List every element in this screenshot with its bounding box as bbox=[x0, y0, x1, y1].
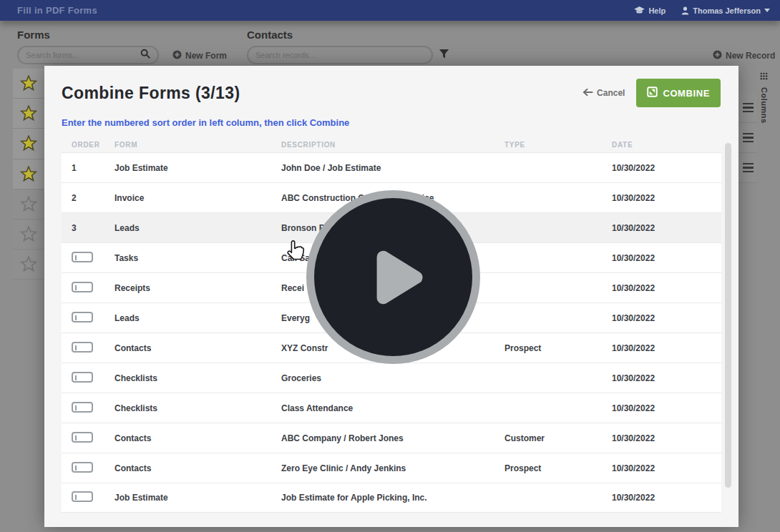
input-cursor bbox=[75, 466, 77, 471]
record-date: 10/30/2022 bbox=[612, 463, 721, 473]
user-menu[interactable]: Thomas Jefferson bbox=[681, 6, 770, 15]
record-type: Prospect bbox=[504, 343, 612, 353]
table-row[interactable]: 1 Job Estimate John Doe / Job Estimate 1… bbox=[62, 152, 721, 182]
star-icon[interactable] bbox=[20, 105, 37, 122]
table-row[interactable]: Contacts ABC Company / Robert Jones Cust… bbox=[62, 423, 721, 453]
new-form-button[interactable]: New Form bbox=[172, 50, 227, 61]
order-value: 3 bbox=[72, 223, 77, 233]
table-header-row: ORDER FORM DESCRIPTION TYPE DATE bbox=[62, 137, 721, 152]
modal-header: Combine Forms (3/13) Cancel COMBINE bbox=[44, 66, 738, 107]
form-list-row[interactable] bbox=[13, 129, 44, 159]
menu-icon[interactable] bbox=[743, 163, 754, 172]
input-cursor bbox=[75, 435, 77, 440]
form-name: Invoice bbox=[114, 193, 281, 203]
record-date: 10/30/2022 bbox=[612, 163, 721, 173]
contact-row-actions[interactable] bbox=[738, 93, 757, 123]
menu-icon[interactable] bbox=[743, 133, 754, 142]
column-header-order: ORDER bbox=[62, 141, 114, 149]
order-value: 2 bbox=[72, 193, 77, 203]
plus-circle-icon bbox=[713, 50, 722, 61]
form-name: Contacts bbox=[114, 343, 281, 353]
star-icon[interactable] bbox=[20, 166, 37, 182]
column-header-form: FORM bbox=[114, 141, 281, 149]
columns-tab[interactable]: Columns bbox=[756, 70, 771, 192]
star-icon[interactable] bbox=[20, 135, 37, 152]
column-header-type: TYPE bbox=[504, 141, 612, 149]
form-list-row[interactable] bbox=[13, 189, 44, 220]
hand-pointer-cursor bbox=[286, 240, 306, 267]
form-list-row[interactable] bbox=[13, 159, 44, 189]
order-input[interactable] bbox=[72, 372, 93, 383]
form-list-row[interactable] bbox=[13, 99, 44, 129]
contact-row-actions[interactable] bbox=[738, 153, 757, 183]
form-name: Contacts bbox=[114, 433, 281, 443]
record-date: 10/30/2022 bbox=[612, 193, 721, 203]
contacts-list-actions bbox=[738, 93, 757, 183]
record-date: 10/30/2022 bbox=[612, 283, 721, 293]
record-date: 10/30/2022 bbox=[612, 373, 721, 383]
modal-title: Combine Forms (3/13) bbox=[62, 84, 582, 103]
new-record-label: New Record bbox=[726, 51, 775, 61]
star-icon[interactable] bbox=[20, 226, 37, 242]
form-name: Job Estimate bbox=[114, 163, 281, 173]
table-row[interactable]: Job Estimate Job Estimate for Apple Pick… bbox=[62, 483, 721, 513]
help-button[interactable]: Help bbox=[634, 6, 666, 15]
modal-scrollbar[interactable] bbox=[725, 143, 731, 488]
plus-circle-icon bbox=[172, 50, 182, 61]
form-name: Receipts bbox=[114, 283, 281, 293]
record-date: 10/30/2022 bbox=[612, 403, 721, 413]
menu-icon[interactable] bbox=[743, 103, 754, 112]
input-cursor bbox=[75, 315, 77, 320]
order-input[interactable] bbox=[72, 402, 93, 413]
forms-search-input[interactable] bbox=[26, 51, 140, 59]
column-header-description: DESCRIPTION bbox=[281, 141, 504, 149]
forms-search-field[interactable] bbox=[17, 46, 159, 64]
form-name: Checklists bbox=[114, 403, 281, 413]
records-search-input[interactable] bbox=[255, 51, 424, 59]
app-page: Fill in PDF Forms Help Thomas Jefferson … bbox=[0, 0, 780, 532]
order-input[interactable] bbox=[72, 432, 93, 443]
form-list-row[interactable] bbox=[13, 69, 44, 99]
table-row[interactable]: Checklists Groceries 10/30/2022 bbox=[62, 363, 721, 393]
record-date: 10/30/2022 bbox=[612, 223, 721, 233]
order-input[interactable] bbox=[72, 462, 93, 473]
user-name: Thomas Jefferson bbox=[693, 6, 761, 15]
top-navbar: Fill in PDF Forms Help Thomas Jefferson bbox=[0, 0, 780, 21]
input-cursor bbox=[75, 255, 77, 260]
video-play-button[interactable] bbox=[306, 190, 480, 364]
input-cursor bbox=[75, 495, 77, 500]
order-input[interactable] bbox=[72, 282, 93, 292]
form-name: Leads bbox=[114, 223, 281, 233]
columns-tab-label: Columns bbox=[760, 87, 769, 124]
graduation-cap-icon bbox=[634, 6, 645, 14]
record-date: 10/30/2022 bbox=[612, 313, 721, 323]
help-label: Help bbox=[648, 6, 666, 15]
table-row[interactable]: Contacts Zero Eye Clinic / Andy Jenkins … bbox=[62, 453, 721, 483]
cancel-button[interactable]: Cancel bbox=[582, 88, 625, 99]
new-record-button[interactable]: New Record bbox=[713, 50, 775, 61]
records-search-field[interactable] bbox=[247, 46, 433, 64]
grid-dots-icon bbox=[760, 70, 768, 83]
record-date: 10/30/2022 bbox=[612, 253, 721, 263]
form-name: Contacts bbox=[114, 463, 281, 473]
star-icon[interactable] bbox=[20, 196, 37, 212]
order-input[interactable] bbox=[72, 491, 93, 502]
record-type: Prospect bbox=[504, 463, 612, 473]
order-input[interactable] bbox=[72, 342, 93, 353]
form-list-row[interactable] bbox=[13, 250, 44, 280]
star-icon[interactable] bbox=[20, 75, 37, 92]
filter-funnel-icon[interactable] bbox=[439, 49, 449, 62]
contact-row-actions[interactable] bbox=[738, 123, 757, 153]
order-input[interactable] bbox=[72, 312, 93, 322]
combine-button[interactable]: COMBINE bbox=[636, 79, 721, 107]
table-row[interactable]: Checklists Class Attendance 10/30/2022 bbox=[62, 393, 721, 423]
form-description: Zero Eye Clinic / Andy Jenkins bbox=[281, 463, 504, 473]
form-list-row[interactable] bbox=[13, 220, 44, 250]
order-input[interactable] bbox=[72, 252, 93, 262]
input-cursor bbox=[75, 375, 77, 380]
form-description: ABC Company / Robert Jones bbox=[281, 433, 504, 443]
form-name: Checklists bbox=[114, 373, 281, 383]
input-cursor bbox=[75, 345, 77, 350]
form-name: Tasks bbox=[114, 253, 281, 263]
star-icon[interactable] bbox=[20, 256, 37, 272]
